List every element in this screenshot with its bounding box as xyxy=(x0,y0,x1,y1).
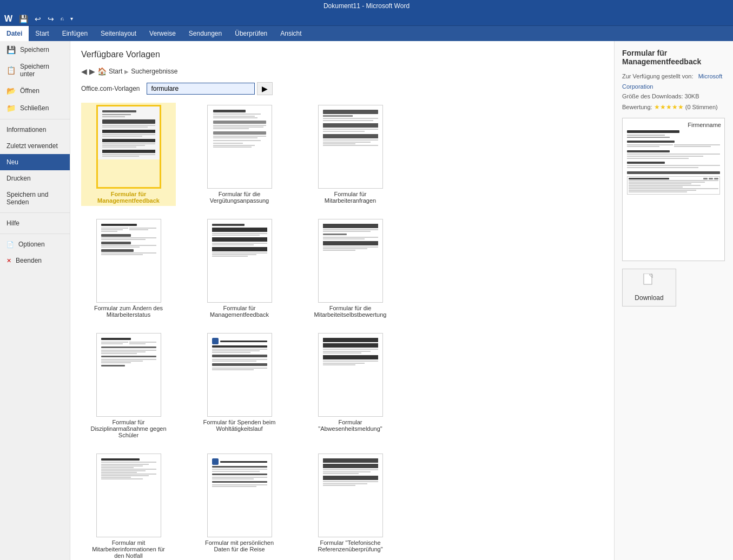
sidebar-item-neu[interactable]: Neu xyxy=(0,154,70,170)
template-item-mgmt-feedback-1[interactable]: Formular für Managementfeedback xyxy=(81,103,176,206)
search-label: Office.com-Vorlagen xyxy=(81,85,140,92)
search-input[interactable] xyxy=(147,83,255,95)
sidebar-item-informationen[interactable]: Informationen xyxy=(0,122,70,138)
content-area: Verfügbare Vorlagen ◀ ▶ 🏠 Start ▶ Sucher… xyxy=(70,41,614,560)
template-label-6: Formular für die Mitarbeiteitselbstbewer… xyxy=(310,305,391,318)
template-item-mgmt-feedback-2[interactable]: Formular für Managementfeedback xyxy=(192,217,287,320)
template-label-2: Formular für die Vergütungsanpassung xyxy=(199,191,280,204)
template-item-selbstbewertung[interactable]: Formular für die Mitarbeiteitselbstbewer… xyxy=(303,217,398,320)
qa-dropdown-icon[interactable]: ▾ xyxy=(68,15,75,23)
menu-datei[interactable]: Datei xyxy=(0,26,29,41)
template-item-verguetung[interactable]: Formular für die Vergütungsanpassung xyxy=(192,103,287,206)
close-icon: 📁 xyxy=(6,104,16,112)
download-button[interactable]: Download xyxy=(622,269,676,306)
sidebar-item-zuletzt[interactable]: Zuletzt verwendet xyxy=(0,138,70,154)
template-label-5: Formular für Managementfeedback xyxy=(199,305,280,318)
sidebar-item-speichern-senden[interactable]: Speichern und Senden xyxy=(0,186,70,210)
back-button[interactable]: ◀ xyxy=(81,67,87,76)
options-icon: 📄 xyxy=(6,241,14,248)
menu-seitenlayout[interactable]: Seitenlayout xyxy=(94,26,143,41)
menu-einfuegen[interactable]: Einfügen xyxy=(56,26,94,41)
template-item-mitarbeiter-anfragen[interactable]: Formular für Mitarbeiteranfragen xyxy=(303,103,398,206)
sidebar-divider-3 xyxy=(0,234,70,234)
template-label-3: Formular für Mitarbeiteranfragen xyxy=(310,191,391,204)
right-panel-title: Formular für Managementfeedback xyxy=(622,49,725,66)
sidebar-item-beenden[interactable]: ✕ Beenden xyxy=(0,252,70,269)
template-label-11: Formular mit persönlichen Daten für die … xyxy=(199,539,280,552)
sidebar-speichern-label: Speichern xyxy=(20,46,49,54)
template-item-telefonisch[interactable]: Formular "Telefonische Referenzenüberprü… xyxy=(303,451,398,560)
sidebar-item-drucken[interactable]: Drucken xyxy=(0,170,70,186)
template-label-7: Formular für Disziplinarmaßnahme gegen S… xyxy=(88,419,169,438)
menu-ueberpruefen[interactable]: Überprüfen xyxy=(228,26,274,41)
template-item-mitarbeiterstatus[interactable]: Formular zum Ändern des Mitarbeiterstatu… xyxy=(81,217,176,320)
template-thumb-9 xyxy=(318,333,383,417)
provider-label: Zur Verfügung gestellt von: Microsoft Co… xyxy=(622,71,725,91)
template-thumb-7 xyxy=(96,333,161,417)
stars-count: (0 Stimmen) xyxy=(685,104,718,110)
right-panel: Formular für Managementfeedback Zur Verf… xyxy=(614,41,733,560)
sidebar: 💾 Speichern 📋 Speichern unter 📂 Öffnen 📁… xyxy=(0,41,70,560)
sidebar-item-schliessen[interactable]: 📁 Schließen xyxy=(0,99,70,117)
sidebar-optionen-label: Optionen xyxy=(18,241,45,248)
open-icon: 📂 xyxy=(6,86,16,95)
extra-qa-icon[interactable]: ⎌ xyxy=(58,15,66,23)
download-size: Größe des Downloads: 30KB xyxy=(622,91,725,102)
breadcrumb-home-link[interactable]: Start xyxy=(109,68,122,75)
sidebar-item-speichern[interactable]: 💾 Speichern xyxy=(0,41,70,58)
sidebar-hilfe-label: Hilfe xyxy=(6,219,19,227)
menu-bar: Datei Start Einfügen Seitenlayout Verwei… xyxy=(0,26,733,41)
sidebar-item-speichern-unter[interactable]: 📋 Speichern unter xyxy=(0,58,70,82)
template-label-9: Formular "Abwesenheitsmeldung" xyxy=(310,419,391,432)
sidebar-schliessen-label: Schließen xyxy=(20,104,49,112)
undo-qa-icon[interactable]: ↩ xyxy=(32,14,43,24)
sidebar-item-optionen[interactable]: 📄 Optionen xyxy=(0,236,70,252)
quick-access-toolbar: W 💾 ↩ ↪ ⎌ ▾ xyxy=(0,12,733,26)
template-item-disziplin[interactable]: Formular für Disziplinarmaßnahme gegen S… xyxy=(81,331,176,441)
svg-rect-0 xyxy=(644,274,652,284)
menu-verweise[interactable]: Verweise xyxy=(143,26,182,41)
sidebar-item-hilfe[interactable]: Hilfe xyxy=(0,215,70,231)
template-label-12: Formular "Telefonische Referenzenüberprü… xyxy=(310,539,391,552)
sidebar-drucken-label: Drucken xyxy=(6,175,31,182)
template-label-8: Formular für Spenden beim Wohltätigkeits… xyxy=(199,419,280,432)
menu-sendungen[interactable]: Sendungen xyxy=(182,26,228,41)
template-item-mitarbeiterinfo[interactable]: Formular mit Mitarbeiterinformationen fü… xyxy=(81,451,176,560)
sidebar-speichern-unter-label: Speichern unter xyxy=(20,63,63,78)
sidebar-beenden-label: Beenden xyxy=(16,257,42,264)
sidebar-neu-label: Neu xyxy=(6,158,18,166)
template-thumb-10 xyxy=(96,454,161,537)
redo-qa-icon[interactable]: ↪ xyxy=(45,14,56,24)
sidebar-zuletzt-label: Zuletzt verwendet xyxy=(6,142,58,150)
preview-box: Firmenname xyxy=(622,118,725,261)
templates-grid: Formular für Managementfeedback xyxy=(81,103,603,560)
template-item-spenden[interactable]: Formular für Spenden beim Wohltätigkeits… xyxy=(192,331,287,441)
forward-button[interactable]: ▶ xyxy=(89,67,95,76)
menu-start[interactable]: Start xyxy=(29,26,55,41)
template-thumb-3 xyxy=(318,105,383,189)
word-icon: W xyxy=(2,13,15,25)
sidebar-oeffnen-label: Öffnen xyxy=(20,87,39,95)
breadcrumb-current: Suchergebnisse xyxy=(131,68,177,75)
template-item-abwesenheit[interactable]: Formular "Abwesenheitsmeldung" xyxy=(303,331,398,441)
template-thumb-11 xyxy=(207,454,272,537)
sidebar-speichern-senden-label: Speichern und Senden xyxy=(6,191,63,206)
template-label-4: Formular zum Ändern des Mitarbeiterstatu… xyxy=(88,305,169,318)
template-label-1: Formular für Managementfeedback xyxy=(88,191,169,204)
template-item-persoenliche-daten[interactable]: Formular mit persönlichen Daten für die … xyxy=(192,451,287,560)
stars-display: ★★★★★ xyxy=(654,103,684,111)
save-qa-icon[interactable]: 💾 xyxy=(17,14,30,24)
sidebar-informationen-label: Informationen xyxy=(6,126,46,134)
download-icon xyxy=(643,274,656,292)
menu-ansicht[interactable]: Ansicht xyxy=(274,26,308,41)
sidebar-item-oeffnen[interactable]: 📂 Öffnen xyxy=(0,82,70,99)
section-title: Verfügbare Vorlagen xyxy=(81,50,603,59)
breadcrumb-separator: ▶ xyxy=(124,69,129,75)
home-icon[interactable]: 🏠 xyxy=(97,67,107,76)
save-icon: 💾 xyxy=(6,45,16,54)
title-bar: Dokument11 - Microsoft Word xyxy=(0,0,733,12)
sidebar-divider-1 xyxy=(0,119,70,119)
save-as-icon: 📋 xyxy=(6,66,16,75)
search-button[interactable]: ▶ xyxy=(257,82,273,95)
download-label: Download xyxy=(635,294,663,302)
